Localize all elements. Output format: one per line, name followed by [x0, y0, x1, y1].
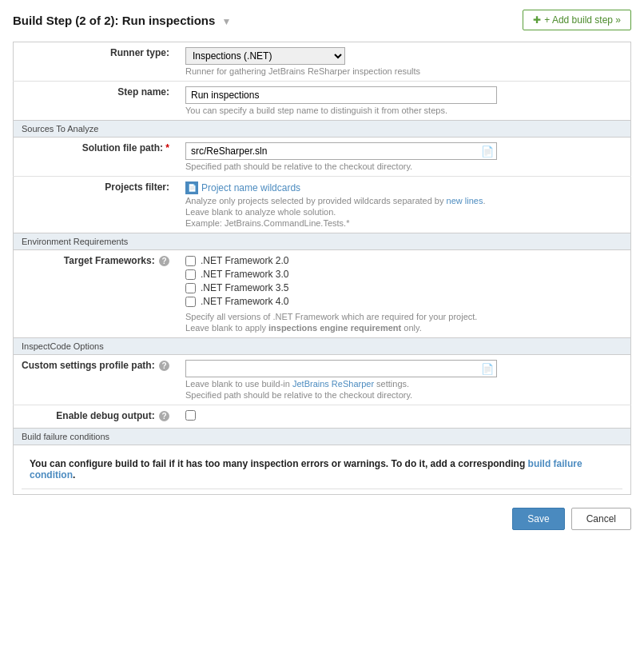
dropdown-arrow-icon[interactable]: ▼	[222, 16, 232, 27]
save-button[interactable]: Save	[512, 508, 564, 530]
framework-20-checkbox[interactable]	[185, 256, 196, 266]
framework-35-checkbox[interactable]	[185, 283, 196, 293]
runner-type-hint: Runner for gathering JetBrains ReSharper…	[185, 66, 622, 76]
sources-section-title: Sources To Analyze	[14, 121, 631, 138]
debug-output-help-icon[interactable]: ?	[159, 411, 169, 421]
runner-type-value-cell: Inspections (.NET) Runner for gathering …	[177, 42, 630, 82]
target-frameworks-label: Target Frameworks: ?	[14, 250, 178, 338]
debug-output-checkbox[interactable]	[185, 410, 196, 421]
target-frameworks-hint1: Specify all versions of .NET Framework w…	[185, 312, 622, 321]
add-build-step-label: + Add build step »	[544, 14, 621, 26]
required-star: *	[165, 142, 169, 154]
framework-35-label: .NET Framework 3.5	[201, 282, 288, 293]
resharper-link[interactable]: JetBrains ReSharper	[292, 379, 374, 389]
custom-settings-browse-icon[interactable]: 📄	[481, 363, 494, 375]
failure-note-row: You can configure build to fail if it ha…	[14, 445, 631, 495]
file-browse-icon[interactable]: 📄	[481, 146, 494, 158]
projects-filter-label: Projects filter:	[14, 177, 178, 233]
custom-settings-value-cell: 📄 Leave blank to use build-in JetBrains …	[177, 355, 630, 405]
inspectcode-section-header: InspectCode Options	[14, 338, 631, 355]
title-text: Build Step (2 of 2): Run inspections	[13, 14, 215, 27]
step-name-label: Step name:	[14, 82, 178, 121]
solution-file-row: Solution file path: * 📄 Specified path s…	[14, 138, 631, 177]
solution-file-input-wrapper: 📄	[185, 142, 497, 160]
new-lines-link[interactable]: new lines	[447, 196, 483, 205]
environment-section-title: Environment Requirements	[14, 233, 631, 250]
footer-buttons: Save Cancel	[13, 508, 631, 540]
cancel-button[interactable]: Cancel	[571, 508, 631, 530]
page-header: Build Step (2 of 2): Run inspections ▼ ✚…	[13, 10, 631, 30]
custom-settings-hint2: Specified path should be relative to the…	[185, 390, 622, 400]
add-build-step-button[interactable]: ✚+ Add build step »	[523, 10, 631, 30]
step-name-row: Step name: You can specify a build step …	[14, 82, 631, 121]
step-name-value-cell: You can specify a build step name to dis…	[177, 82, 630, 121]
framework-40-row: .NET Framework 4.0	[185, 296, 622, 307]
framework-30-label: .NET Framework 3.0	[201, 269, 288, 280]
target-frameworks-value-cell: .NET Framework 2.0 .NET Framework 3.0 .N…	[177, 250, 630, 338]
runner-type-row: Runner type: Inspections (.NET) Runner f…	[14, 42, 631, 82]
failure-note-cell: You can configure build to fail if it ha…	[14, 445, 631, 495]
framework-20-label: .NET Framework 2.0	[201, 255, 288, 266]
runner-type-label: Runner type:	[14, 42, 178, 82]
framework-40-label: .NET Framework 4.0	[201, 296, 288, 307]
projects-filter-hint3: Example: JetBrains.CommandLine.Tests.*	[185, 218, 622, 228]
projects-filter-hint1: Analyze only projects selected by provid…	[185, 196, 622, 205]
runner-type-select[interactable]: Inspections (.NET)	[185, 47, 345, 65]
failure-note: You can configure build to fail if it ha…	[22, 450, 622, 489]
projects-filter-value-cell: 📄 Project name wildcards Analyze only pr…	[177, 177, 630, 233]
custom-settings-label: Custom settings profile path: ?	[14, 355, 178, 405]
custom-settings-row: Custom settings profile path: ? 📄 Leave …	[14, 355, 631, 405]
target-frameworks-hint2: Leave blank to apply inspections engine …	[185, 323, 622, 333]
solution-file-input[interactable]	[185, 142, 497, 160]
target-frameworks-row: Target Frameworks: ? .NET Framework 2.0 …	[14, 250, 631, 338]
framework-30-row: .NET Framework 3.0	[185, 269, 622, 280]
custom-settings-help-icon[interactable]: ?	[159, 361, 169, 371]
page-title: Build Step (2 of 2): Run inspections ▼	[13, 14, 231, 27]
debug-output-value-cell	[177, 405, 630, 429]
solution-file-label: Solution file path: *	[14, 138, 178, 177]
failure-section-title: Build failure conditions	[14, 429, 631, 445]
failure-text: You can configure build to fail if it ha…	[30, 452, 582, 484]
target-frameworks-help-icon[interactable]: ?	[159, 256, 169, 266]
sources-section-header: Sources To Analyze	[14, 121, 631, 138]
debug-output-label: Enable debug output: ?	[14, 405, 178, 429]
framework-20-row: .NET Framework 2.0	[185, 255, 622, 266]
custom-settings-input-wrapper: 📄	[185, 360, 497, 377]
projects-filter-hint2: Leave blank to analyze whole solution.	[185, 207, 622, 217]
failure-section-header: Build failure conditions	[14, 429, 631, 445]
framework-30-checkbox[interactable]	[185, 269, 196, 280]
solution-file-hint: Specified path should be relative to the…	[185, 162, 622, 171]
project-wildcards-link[interactable]: 📄 Project name wildcards	[185, 181, 622, 194]
step-name-input[interactable]	[185, 86, 497, 104]
step-name-hint: You can specify a build step name to dis…	[185, 106, 622, 115]
solution-file-value-cell: 📄 Specified path should be relative to t…	[177, 138, 630, 177]
plus-icon: ✚	[533, 14, 541, 26]
build-step-form: Runner type: Inspections (.NET) Runner f…	[13, 42, 631, 495]
inspectcode-section-title: InspectCode Options	[14, 338, 631, 355]
debug-output-row: Enable debug output: ?	[14, 405, 631, 429]
custom-settings-hint1: Leave blank to use build-in JetBrains Re…	[185, 379, 622, 389]
project-icon: 📄	[185, 181, 198, 194]
framework-35-row: .NET Framework 3.5	[185, 282, 622, 293]
framework-40-checkbox[interactable]	[185, 297, 196, 307]
environment-section-header: Environment Requirements	[14, 233, 631, 250]
custom-settings-input[interactable]	[185, 360, 497, 377]
projects-filter-row: Projects filter: 📄 Project name wildcard…	[14, 177, 631, 233]
